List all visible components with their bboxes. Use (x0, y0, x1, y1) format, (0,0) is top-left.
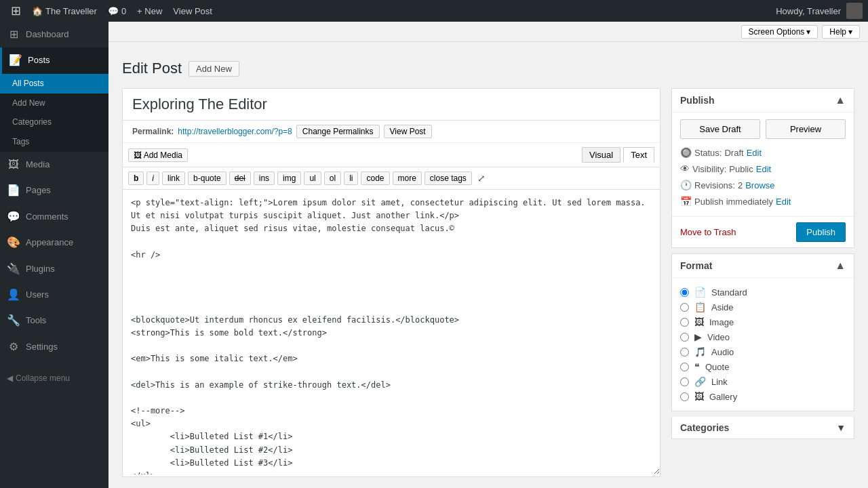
sidebar-item-tags[interactable]: Tags (0, 132, 108, 152)
toolbar-img-button[interactable]: img (277, 171, 301, 185)
toolbar-bold-button[interactable]: b (128, 171, 144, 185)
sidebar-item-appearance[interactable]: 🎨 Appearance (0, 230, 108, 256)
revisions-row: 🕐 Revisions: 2 Browse (680, 177, 846, 193)
save-draft-button[interactable]: Save Draft (680, 119, 760, 139)
revisions-browse-link[interactable]: Browse (745, 180, 774, 190)
collapse-menu-button[interactable]: ◀ Collapse menu (0, 367, 108, 390)
permalink-row: Permalink: http://travellerblogger.com/?… (123, 121, 660, 143)
appearance-icon: 🎨 (7, 235, 20, 250)
sidebar-item-settings[interactable]: ⚙ Settings (0, 334, 108, 360)
sidebar-item-pages[interactable]: 📄 Pages (0, 178, 108, 203)
sidebar: ⊞ Dashboard 📝 Posts All Posts Add New Ca… (0, 22, 108, 488)
post-title-input[interactable] (123, 89, 660, 121)
sidebar-item-label: Add New (12, 98, 45, 109)
move-to-trash-link[interactable]: Move to Trash (680, 227, 736, 237)
sidebar-item-all-posts[interactable]: All Posts (0, 74, 108, 94)
preview-button[interactable]: Preview (766, 119, 846, 139)
add-new-button[interactable]: Add New (189, 61, 239, 77)
help-button[interactable]: Help ▾ (822, 25, 860, 39)
sidebar-item-add-new[interactable]: Add New (0, 94, 108, 113)
format-radio-gallery[interactable] (680, 392, 689, 401)
status-edit-link[interactable]: Edit (747, 148, 762, 158)
sidebar-item-posts[interactable]: 📝 Posts (0, 47, 108, 73)
toolbar-li-button[interactable]: li (344, 171, 358, 185)
sidebar-item-label: Users (26, 289, 49, 301)
code-editor[interactable]: <p style="text-align: left;">Lorem ipsum… (123, 190, 660, 474)
categories-title: Categories (680, 422, 729, 433)
change-permalinks-button[interactable]: Change Permalinks (296, 125, 380, 138)
categories-metabox-header[interactable]: Categories ▼ (671, 417, 854, 439)
publish-button[interactable]: Publish (796, 222, 846, 242)
sidebar-item-tools[interactable]: 🔧 Tools (0, 308, 108, 333)
wp-logo-icon[interactable]: ⊞ (5, 3, 26, 18)
collapse-icon: ◀ (7, 373, 13, 383)
tab-text[interactable]: Text (623, 147, 654, 163)
format-radio-standard[interactable] (680, 288, 689, 297)
toolbar-close-tags-button[interactable]: close tags (425, 171, 472, 185)
toolbar-link-button[interactable]: link (162, 171, 185, 185)
settings-icon: ⚙ (7, 340, 20, 354)
toolbar-del-button[interactable]: del (229, 171, 251, 185)
status-icon: 🔘 (680, 147, 692, 158)
sidebar-item-plugins[interactable]: 🔌 Plugins (0, 256, 108, 282)
sidebar-item-users[interactable]: 👤 Users (0, 282, 108, 308)
publish-metabox-title: Publish (680, 95, 715, 106)
tools-icon: 🔧 (7, 313, 20, 328)
tab-visual[interactable]: Visual (582, 147, 620, 163)
users-icon: 👤 (7, 287, 20, 302)
adminbar-comments[interactable]: 💬 0 (102, 6, 132, 16)
adminbar-view-post-link[interactable]: View Post (167, 6, 218, 16)
publish-metabox-footer: Move to Trash Publish (672, 216, 854, 247)
categories-toggle-icon: ▼ (836, 422, 846, 433)
format-radio-video[interactable] (680, 333, 689, 342)
visibility-edit-link[interactable]: Edit (756, 164, 771, 174)
toolbar-more-button[interactable]: more (393, 171, 422, 185)
posts-submenu: All Posts Add New Categories Tags (0, 74, 108, 152)
toolbar-ol-button[interactable]: ol (324, 171, 341, 185)
posts-icon: 📝 (9, 53, 22, 68)
editor-toolbar: 🖼 Add Media Visual Text (123, 143, 660, 167)
toolbar-ins-button[interactable]: ins (254, 171, 275, 185)
format-metabox-body: 📄 Standard 📋 Aside 🖼 Image (672, 278, 854, 411)
view-post-permalink-button[interactable]: View Post (384, 125, 432, 138)
format-radio-audio[interactable] (680, 348, 689, 357)
toolbar-bquote-button[interactable]: b-quote (188, 171, 226, 185)
permalink-label: Permalink: (132, 127, 174, 136)
sidebar-item-dashboard[interactable]: ⊞ Dashboard (0, 22, 108, 47)
format-metabox: Format ▲ 📄 Standard 📋 Aside (671, 253, 854, 411)
user-avatar (846, 3, 863, 19)
publish-toggle-icon: ▲ (835, 94, 846, 106)
format-radio-link[interactable] (680, 378, 689, 386)
sidebar-item-label: Tags (12, 136, 29, 148)
sidebar-item-label: Posts (28, 54, 50, 66)
publish-timing-edit-link[interactable]: Edit (776, 197, 791, 207)
format-aside-icon: 📋 (694, 302, 706, 312)
format-option-gallery: 🖼 Gallery (680, 389, 846, 404)
sidebar-item-categories[interactable]: Categories (0, 113, 108, 132)
screen-options-button[interactable]: Screen Options ▾ (741, 25, 818, 39)
publish-timing: immediately (726, 197, 773, 207)
format-metabox-header[interactable]: Format ▲ (672, 254, 854, 278)
publish-metabox-header[interactable]: Publish ▲ (672, 89, 854, 113)
format-metabox-title: Format (680, 260, 712, 271)
adminbar-new-button[interactable]: + New (132, 6, 167, 16)
help-arrow-icon: ▾ (848, 27, 852, 37)
comments-count: 0 (121, 6, 126, 16)
site-name: The Traveller (45, 6, 97, 16)
format-radio-quote[interactable] (680, 363, 689, 371)
fullscreen-button[interactable]: ⤢ (475, 171, 488, 185)
add-media-icon: 🖼 (134, 150, 142, 160)
format-radio-image[interactable] (680, 318, 689, 327)
format-radio-aside[interactable] (680, 303, 689, 312)
toolbar-italic-button[interactable]: i (146, 171, 159, 185)
toolbar-code-button[interactable]: code (361, 171, 389, 185)
main-content: Edit Post Add New Permalink: http://trav… (108, 22, 868, 488)
format-option-aside: 📋 Aside (680, 300, 846, 314)
adminbar-site-link[interactable]: 🏠 The Traveller (26, 6, 102, 16)
sidebar-item-comments[interactable]: 💬 Comments (0, 204, 108, 230)
format-standard-icon: 📄 (694, 287, 706, 298)
format-option-link: 🔗 Link (680, 374, 846, 389)
sidebar-item-media[interactable]: 🖼 Media (0, 152, 108, 178)
toolbar-ul-button[interactable]: ul (304, 171, 321, 185)
add-media-button[interactable]: 🖼 Add Media (128, 148, 188, 162)
